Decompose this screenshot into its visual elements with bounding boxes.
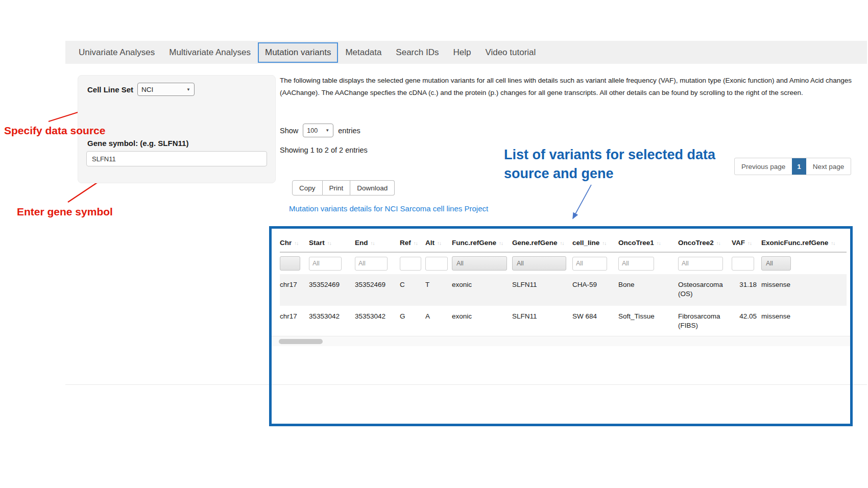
show-entries-row: Show 100 ▼ entries [280, 124, 360, 137]
variants-table-annotation-box: Chr↑↓Start↑↓End↑↓Ref↑↓Alt↑↓Func.refGene↑… [269, 226, 853, 426]
annotation-variants-heading: List of variants for selected data sourc… [504, 145, 715, 183]
annotation-variants-heading-line1: List of variants for selected data [504, 145, 715, 164]
column-header-cell-line[interactable]: cell_line↑↓ [572, 233, 618, 252]
filter-cell [572, 252, 618, 274]
sort-icon: ↑↓ [657, 240, 661, 246]
column-label: ExonicFunc.refGene [761, 239, 828, 247]
column-header-oncotree1[interactable]: OncoTree1↑↓ [618, 233, 678, 252]
print-button[interactable]: Print [323, 180, 351, 196]
filter-exonicfunc-refgene[interactable]: All [761, 256, 791, 271]
previous-page-button[interactable]: Previous page [735, 158, 792, 175]
column-header-vaf[interactable]: VAF↑↓ [732, 233, 761, 252]
sort-icon: ↑↓ [414, 240, 418, 246]
column-header-ref[interactable]: Ref↑↓ [400, 233, 425, 252]
sort-icon: ↑↓ [499, 240, 503, 246]
gene-symbol-input[interactable] [86, 151, 267, 166]
column-header-chr[interactable]: Chr↑↓ [280, 233, 309, 252]
tab-mutation-variants[interactable]: Mutation variants [258, 42, 338, 63]
sort-icon: ↑↓ [371, 240, 375, 246]
filter-cell [425, 252, 452, 274]
entries-select[interactable]: 100 ▼ [303, 124, 333, 137]
cell-line-set-select[interactable]: NCI ▼ [137, 83, 195, 96]
cell-ref: G [400, 306, 425, 337]
copy-button[interactable]: Copy [292, 180, 323, 196]
tab-univariate-analyses[interactable]: Univariate Analyses [71, 42, 162, 63]
tab-help[interactable]: Help [446, 42, 478, 63]
cell-exonicfunc-refgene: missense [761, 306, 847, 337]
filter-cell [678, 252, 732, 274]
tab-video-tutorial[interactable]: Video tutorial [478, 42, 543, 63]
horizontal-scrollbar[interactable] [272, 336, 850, 346]
column-header-start[interactable]: Start↑↓ [309, 233, 355, 252]
gene-symbol-label: Gene symbol: (e.g. SLFN11) [87, 139, 188, 148]
scrollbar-thumb[interactable] [279, 339, 323, 344]
cell-end: 35352469 [355, 274, 400, 306]
column-header-oncotree2[interactable]: OncoTree2↑↓ [678, 233, 732, 252]
sort-icon: ↑↓ [716, 240, 720, 246]
sort-icon: ↑↓ [831, 240, 835, 246]
tab-metadata[interactable]: Metadata [338, 42, 389, 63]
cell-oncotree2: Osteosarcoma (OS) [678, 274, 732, 306]
table-row: chr173535246935352469CTexonicSLFN11CHA-5… [280, 274, 847, 306]
column-label: Ref [400, 239, 411, 247]
cell-end: 35353042 [355, 306, 400, 337]
download-button[interactable]: Download [350, 180, 395, 196]
cell-vaf: 31.18 [732, 274, 761, 306]
filter-oncotree1[interactable] [618, 257, 654, 271]
filter-oncotree2[interactable] [678, 257, 723, 271]
column-label: Gene.refGene [512, 239, 558, 247]
next-page-button[interactable]: Next page [806, 158, 851, 175]
sort-icon: ↑↓ [437, 240, 441, 246]
table-description: The following table displays the selecte… [280, 75, 853, 99]
filter-cell: All [452, 252, 512, 274]
entries-select-value: 100 [307, 127, 318, 134]
filter-vaf[interactable] [732, 257, 754, 271]
blue-arrow-to-table [573, 185, 591, 218]
cell-line-set-label: Cell Line Set [87, 85, 133, 94]
annotation-variants-heading-line2: source and gene [504, 164, 715, 183]
filter-end[interactable] [355, 257, 388, 271]
filter-cell: All [761, 252, 847, 274]
cell-start: 35352469 [309, 274, 355, 306]
filter-cell [618, 252, 678, 274]
header-row: Chr↑↓Start↑↓End↑↓Ref↑↓Alt↑↓Func.refGene↑… [280, 233, 847, 252]
filter-ref[interactable] [400, 257, 421, 271]
cell-vaf: 42.05 [732, 306, 761, 337]
filter-cell: All [512, 252, 572, 274]
filter-chr[interactable] [280, 256, 300, 271]
column-header-gene-refgene[interactable]: Gene.refGene↑↓ [512, 233, 572, 252]
filter-alt[interactable] [425, 257, 448, 271]
column-label: Alt [425, 239, 435, 247]
column-header-func-refgene[interactable]: Func.refGene↑↓ [452, 233, 512, 252]
cell-oncotree1: Bone [618, 274, 678, 306]
showing-entries-status: Showing 1 to 2 of 2 entries [280, 146, 368, 154]
filter-gene-refgene[interactable]: All [512, 256, 566, 271]
column-header-exonicfunc-refgene[interactable]: ExonicFunc.refGene↑↓ [761, 233, 847, 252]
tab-search-ids[interactable]: Search IDs [389, 42, 446, 63]
column-header-end[interactable]: End↑↓ [355, 233, 400, 252]
cell-alt: T [425, 274, 452, 306]
cell-cell-line: CHA-59 [572, 274, 618, 306]
table-row: chr173535304235353042GAexonicSLFN11SW 68… [280, 306, 847, 337]
filter-cell-line[interactable] [572, 257, 607, 271]
column-label: Chr [280, 239, 292, 247]
show-label: Show [280, 127, 298, 135]
filter-cell [309, 252, 355, 274]
column-header-alt[interactable]: Alt↑↓ [425, 233, 452, 252]
filter-cell [732, 252, 761, 274]
cell-line-set-value: NCI [141, 86, 153, 93]
export-button-group: Copy Print Download [292, 180, 395, 196]
tab-multivariate-analyses[interactable]: Multivariate Analyses [162, 42, 258, 63]
cell-gene-refgene: SLFN11 [512, 274, 572, 306]
cell-gene-refgene: SLFN11 [512, 306, 572, 337]
cell-chr: chr17 [280, 274, 309, 306]
sort-icon: ↑↓ [748, 240, 752, 246]
filter-start[interactable] [309, 257, 342, 271]
sort-icon: ↑↓ [327, 240, 331, 246]
column-label: End [355, 239, 368, 247]
column-label: Start [309, 239, 325, 247]
filter-cell [280, 252, 309, 274]
sort-icon: ↑↓ [560, 240, 564, 246]
filter-func-refgene[interactable]: All [452, 256, 507, 271]
page-1-button[interactable]: 1 [792, 158, 806, 175]
